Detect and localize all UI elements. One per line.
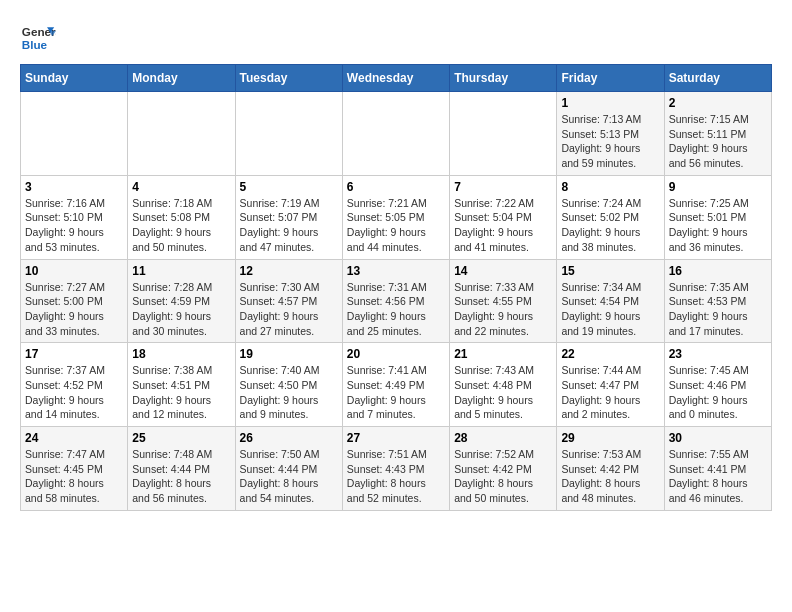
calendar-cell: 26Sunrise: 7:50 AM Sunset: 4:44 PM Dayli… xyxy=(235,427,342,511)
day-number: 3 xyxy=(25,180,123,194)
calendar-cell: 19Sunrise: 7:40 AM Sunset: 4:50 PM Dayli… xyxy=(235,343,342,427)
day-number: 15 xyxy=(561,264,659,278)
day-info: Sunrise: 7:38 AM Sunset: 4:51 PM Dayligh… xyxy=(132,363,230,422)
calendar-cell: 10Sunrise: 7:27 AM Sunset: 5:00 PM Dayli… xyxy=(21,259,128,343)
calendar-cell: 11Sunrise: 7:28 AM Sunset: 4:59 PM Dayli… xyxy=(128,259,235,343)
day-number: 24 xyxy=(25,431,123,445)
calendar-cell: 23Sunrise: 7:45 AM Sunset: 4:46 PM Dayli… xyxy=(664,343,771,427)
day-info: Sunrise: 7:27 AM Sunset: 5:00 PM Dayligh… xyxy=(25,280,123,339)
day-number: 5 xyxy=(240,180,338,194)
calendar-cell: 30Sunrise: 7:55 AM Sunset: 4:41 PM Dayli… xyxy=(664,427,771,511)
day-info: Sunrise: 7:55 AM Sunset: 4:41 PM Dayligh… xyxy=(669,447,767,506)
day-number: 9 xyxy=(669,180,767,194)
day-number: 23 xyxy=(669,347,767,361)
calendar-cell: 4Sunrise: 7:18 AM Sunset: 5:08 PM Daylig… xyxy=(128,175,235,259)
day-info: Sunrise: 7:34 AM Sunset: 4:54 PM Dayligh… xyxy=(561,280,659,339)
day-info: Sunrise: 7:40 AM Sunset: 4:50 PM Dayligh… xyxy=(240,363,338,422)
day-number: 22 xyxy=(561,347,659,361)
day-info: Sunrise: 7:53 AM Sunset: 4:42 PM Dayligh… xyxy=(561,447,659,506)
calendar-week-row: 10Sunrise: 7:27 AM Sunset: 5:00 PM Dayli… xyxy=(21,259,772,343)
day-info: Sunrise: 7:28 AM Sunset: 4:59 PM Dayligh… xyxy=(132,280,230,339)
calendar-cell: 24Sunrise: 7:47 AM Sunset: 4:45 PM Dayli… xyxy=(21,427,128,511)
day-info: Sunrise: 7:16 AM Sunset: 5:10 PM Dayligh… xyxy=(25,196,123,255)
day-info: Sunrise: 7:45 AM Sunset: 4:46 PM Dayligh… xyxy=(669,363,767,422)
day-info: Sunrise: 7:15 AM Sunset: 5:11 PM Dayligh… xyxy=(669,112,767,171)
calendar-cell xyxy=(128,92,235,176)
day-number: 18 xyxy=(132,347,230,361)
calendar-cell: 18Sunrise: 7:38 AM Sunset: 4:51 PM Dayli… xyxy=(128,343,235,427)
calendar-cell: 15Sunrise: 7:34 AM Sunset: 4:54 PM Dayli… xyxy=(557,259,664,343)
calendar-header-tuesday: Tuesday xyxy=(235,65,342,92)
day-number: 25 xyxy=(132,431,230,445)
calendar-header-friday: Friday xyxy=(557,65,664,92)
calendar-cell: 29Sunrise: 7:53 AM Sunset: 4:42 PM Dayli… xyxy=(557,427,664,511)
day-info: Sunrise: 7:21 AM Sunset: 5:05 PM Dayligh… xyxy=(347,196,445,255)
day-number: 30 xyxy=(669,431,767,445)
calendar-header-row: SundayMondayTuesdayWednesdayThursdayFrid… xyxy=(21,65,772,92)
day-number: 8 xyxy=(561,180,659,194)
calendar-cell: 9Sunrise: 7:25 AM Sunset: 5:01 PM Daylig… xyxy=(664,175,771,259)
calendar-cell: 3Sunrise: 7:16 AM Sunset: 5:10 PM Daylig… xyxy=(21,175,128,259)
page-header: General Blue xyxy=(20,20,772,56)
calendar-cell xyxy=(235,92,342,176)
calendar-cell: 12Sunrise: 7:30 AM Sunset: 4:57 PM Dayli… xyxy=(235,259,342,343)
calendar-header-wednesday: Wednesday xyxy=(342,65,449,92)
day-info: Sunrise: 7:48 AM Sunset: 4:44 PM Dayligh… xyxy=(132,447,230,506)
calendar-body: 1Sunrise: 7:13 AM Sunset: 5:13 PM Daylig… xyxy=(21,92,772,511)
day-number: 11 xyxy=(132,264,230,278)
day-number: 26 xyxy=(240,431,338,445)
day-info: Sunrise: 7:52 AM Sunset: 4:42 PM Dayligh… xyxy=(454,447,552,506)
day-info: Sunrise: 7:30 AM Sunset: 4:57 PM Dayligh… xyxy=(240,280,338,339)
day-info: Sunrise: 7:43 AM Sunset: 4:48 PM Dayligh… xyxy=(454,363,552,422)
day-info: Sunrise: 7:13 AM Sunset: 5:13 PM Dayligh… xyxy=(561,112,659,171)
calendar-cell: 6Sunrise: 7:21 AM Sunset: 5:05 PM Daylig… xyxy=(342,175,449,259)
day-number: 2 xyxy=(669,96,767,110)
calendar-table: SundayMondayTuesdayWednesdayThursdayFrid… xyxy=(20,64,772,511)
day-number: 13 xyxy=(347,264,445,278)
calendar-cell xyxy=(450,92,557,176)
day-number: 20 xyxy=(347,347,445,361)
calendar-cell: 22Sunrise: 7:44 AM Sunset: 4:47 PM Dayli… xyxy=(557,343,664,427)
calendar-cell: 21Sunrise: 7:43 AM Sunset: 4:48 PM Dayli… xyxy=(450,343,557,427)
day-info: Sunrise: 7:22 AM Sunset: 5:04 PM Dayligh… xyxy=(454,196,552,255)
day-info: Sunrise: 7:41 AM Sunset: 4:49 PM Dayligh… xyxy=(347,363,445,422)
day-info: Sunrise: 7:31 AM Sunset: 4:56 PM Dayligh… xyxy=(347,280,445,339)
calendar-header-monday: Monday xyxy=(128,65,235,92)
calendar-week-row: 3Sunrise: 7:16 AM Sunset: 5:10 PM Daylig… xyxy=(21,175,772,259)
calendar-cell: 5Sunrise: 7:19 AM Sunset: 5:07 PM Daylig… xyxy=(235,175,342,259)
calendar-cell: 13Sunrise: 7:31 AM Sunset: 4:56 PM Dayli… xyxy=(342,259,449,343)
calendar-header-saturday: Saturday xyxy=(664,65,771,92)
svg-text:Blue: Blue xyxy=(22,38,48,51)
calendar-cell xyxy=(342,92,449,176)
calendar-header-sunday: Sunday xyxy=(21,65,128,92)
day-number: 19 xyxy=(240,347,338,361)
calendar-cell: 1Sunrise: 7:13 AM Sunset: 5:13 PM Daylig… xyxy=(557,92,664,176)
day-info: Sunrise: 7:33 AM Sunset: 4:55 PM Dayligh… xyxy=(454,280,552,339)
logo-icon: General Blue xyxy=(20,20,56,56)
day-number: 29 xyxy=(561,431,659,445)
logo: General Blue xyxy=(20,20,56,56)
day-number: 27 xyxy=(347,431,445,445)
calendar-header-thursday: Thursday xyxy=(450,65,557,92)
calendar-cell: 2Sunrise: 7:15 AM Sunset: 5:11 PM Daylig… xyxy=(664,92,771,176)
day-number: 10 xyxy=(25,264,123,278)
day-number: 16 xyxy=(669,264,767,278)
day-info: Sunrise: 7:19 AM Sunset: 5:07 PM Dayligh… xyxy=(240,196,338,255)
day-number: 12 xyxy=(240,264,338,278)
day-info: Sunrise: 7:51 AM Sunset: 4:43 PM Dayligh… xyxy=(347,447,445,506)
calendar-cell: 7Sunrise: 7:22 AM Sunset: 5:04 PM Daylig… xyxy=(450,175,557,259)
day-info: Sunrise: 7:37 AM Sunset: 4:52 PM Dayligh… xyxy=(25,363,123,422)
calendar-cell: 20Sunrise: 7:41 AM Sunset: 4:49 PM Dayli… xyxy=(342,343,449,427)
calendar-cell: 28Sunrise: 7:52 AM Sunset: 4:42 PM Dayli… xyxy=(450,427,557,511)
day-info: Sunrise: 7:25 AM Sunset: 5:01 PM Dayligh… xyxy=(669,196,767,255)
calendar-cell: 27Sunrise: 7:51 AM Sunset: 4:43 PM Dayli… xyxy=(342,427,449,511)
day-number: 6 xyxy=(347,180,445,194)
day-number: 1 xyxy=(561,96,659,110)
day-info: Sunrise: 7:47 AM Sunset: 4:45 PM Dayligh… xyxy=(25,447,123,506)
day-info: Sunrise: 7:35 AM Sunset: 4:53 PM Dayligh… xyxy=(669,280,767,339)
calendar-cell xyxy=(21,92,128,176)
day-info: Sunrise: 7:44 AM Sunset: 4:47 PM Dayligh… xyxy=(561,363,659,422)
calendar-cell: 8Sunrise: 7:24 AM Sunset: 5:02 PM Daylig… xyxy=(557,175,664,259)
calendar-week-row: 17Sunrise: 7:37 AM Sunset: 4:52 PM Dayli… xyxy=(21,343,772,427)
day-info: Sunrise: 7:24 AM Sunset: 5:02 PM Dayligh… xyxy=(561,196,659,255)
